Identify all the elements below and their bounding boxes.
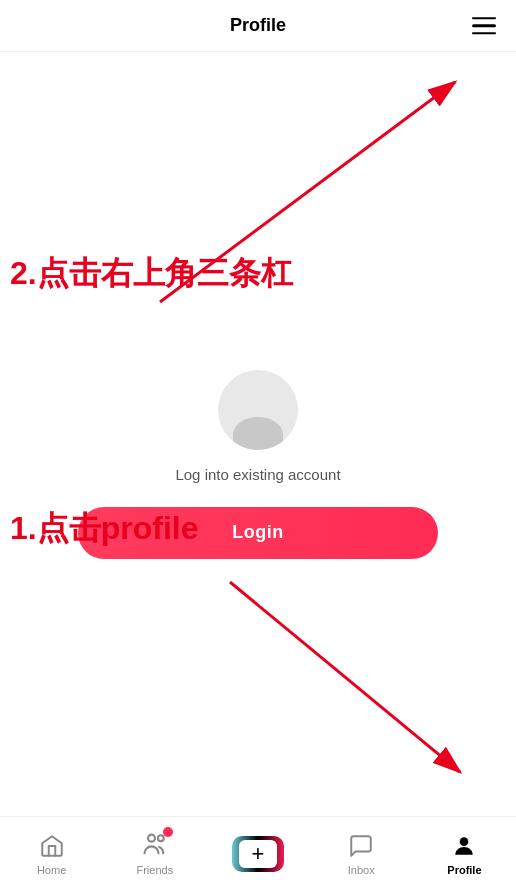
nav-label-friends: Friends [136, 864, 173, 876]
avatar-container [218, 370, 298, 450]
svg-point-6 [460, 837, 469, 846]
hamburger-icon [472, 32, 496, 35]
nav-item-inbox[interactable]: Inbox [310, 832, 413, 876]
svg-point-4 [148, 835, 155, 842]
nav-item-add[interactable]: + [206, 836, 309, 872]
nav-item-home[interactable]: Home [0, 832, 103, 876]
home-icon [38, 832, 66, 860]
account-text: Log into existing account [175, 466, 340, 483]
friends-badge [163, 827, 173, 837]
avatar-body-shape [233, 417, 283, 450]
svg-line-3 [230, 582, 460, 772]
avatar [218, 370, 298, 450]
friends-icon [141, 832, 169, 860]
annotation-step1: 1.点击profile [10, 507, 198, 551]
annotation-step2: 2.点击右上角三条杠 [10, 252, 293, 296]
svg-point-5 [158, 835, 164, 841]
menu-button[interactable] [468, 13, 500, 39]
nav-label-inbox: Inbox [348, 864, 375, 876]
nav-label-home: Home [37, 864, 66, 876]
header: Profile [0, 0, 516, 52]
friends-icon-wrapper [141, 830, 169, 862]
plus-icon: + [239, 840, 277, 868]
bottom-nav: Home Friends + Inb [0, 816, 516, 891]
nav-item-friends[interactable]: Friends [103, 832, 206, 876]
nav-label-profile: Profile [447, 864, 481, 876]
hamburger-icon [472, 17, 496, 20]
hamburger-icon [472, 24, 496, 27]
profile-icon [450, 832, 478, 860]
inbox-icon [347, 832, 375, 860]
nav-item-profile[interactable]: Profile [413, 832, 516, 876]
add-button[interactable]: + [232, 836, 284, 872]
page-title: Profile [230, 15, 286, 36]
main-content: 2.点击右上角三条杠 Log into existing account Log… [0, 52, 516, 816]
